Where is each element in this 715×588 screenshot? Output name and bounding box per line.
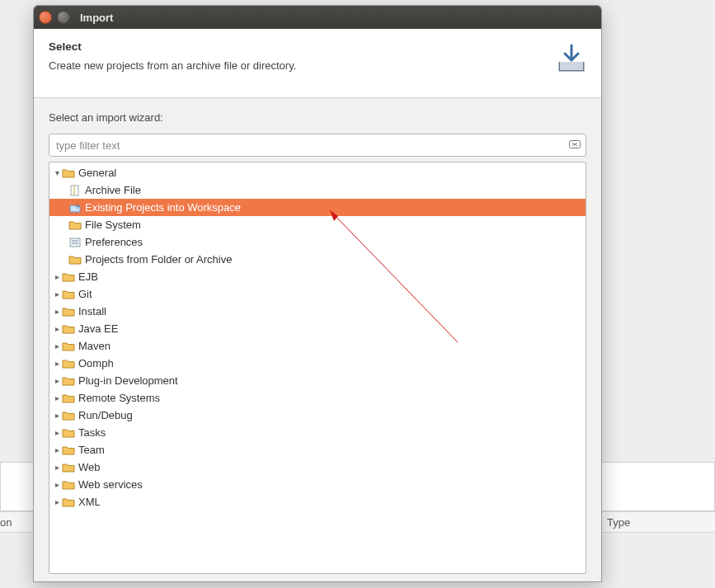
tree-item-web[interactable]: ▸ Web	[49, 459, 586, 476]
tree-item-archive-file[interactable]: Archive File	[49, 181, 586, 199]
dialog-header: Select Create new projects from an archi…	[34, 29, 601, 98]
chevron-right-icon[interactable]: ▸	[53, 289, 61, 299]
tree-label: Web services	[78, 478, 143, 491]
import-icon	[553, 40, 590, 80]
tree-item-plugin-development[interactable]: ▸ Plug-in Development	[49, 372, 586, 389]
clear-filter-icon[interactable]	[568, 138, 581, 154]
import-dialog: Import Select Create new projects from a…	[33, 5, 602, 582]
folder-icon	[62, 341, 75, 352]
chevron-right-icon[interactable]: ▸	[53, 480, 61, 489]
folder-icon	[62, 393, 75, 404]
chevron-right-icon[interactable]: ▸	[53, 272, 61, 281]
tree-label: Maven	[78, 340, 111, 352]
tree-label: Plug-in Development	[78, 374, 178, 387]
folder-icon	[62, 479, 75, 491]
chevron-down-icon[interactable]: ▾	[53, 168, 61, 177]
minimize-icon[interactable]	[57, 11, 70, 24]
folder-icon	[62, 306, 75, 318]
col-on: on	[0, 512, 12, 529]
chevron-right-icon[interactable]: ▸	[53, 359, 61, 368]
chevron-right-icon[interactable]: ▸	[53, 497, 61, 506]
tree-label: Projects from Folder or Archive	[84, 253, 232, 266]
tree-label: Install	[78, 305, 106, 318]
tree-item-remote-systems[interactable]: ▸ Remote Systems	[49, 389, 586, 407]
tree-label: Web	[78, 461, 101, 473]
window-title: Import	[80, 12, 113, 24]
tree-label: General	[78, 167, 116, 179]
filter-input[interactable]	[49, 134, 586, 157]
tree-label: Preferences	[84, 236, 143, 248]
tree-label: Java EE	[78, 322, 118, 335]
chevron-right-icon[interactable]: ▸	[53, 445, 61, 454]
chevron-right-icon[interactable]: ▸	[53, 376, 61, 385]
chevron-right-icon[interactable]: ▸	[53, 463, 61, 472]
tree-item-web-services[interactable]: ▸ Web services	[49, 476, 586, 493]
tree-item-team[interactable]: ▸ Team	[49, 441, 586, 459]
tree-item-existing-projects[interactable]: Existing Projects into Workspace	[49, 199, 586, 216]
folder-icon	[62, 271, 75, 283]
tree-item-xml[interactable]: ▸ XML	[49, 493, 586, 510]
chevron-right-icon[interactable]: ▸	[53, 428, 61, 437]
tree-label: Git	[78, 288, 92, 300]
tree-item-file-system[interactable]: File System	[49, 216, 586, 233]
tree-item-install[interactable]: ▸ Install	[49, 303, 586, 320]
folder-icon	[62, 323, 75, 335]
archive-file-icon	[68, 185, 82, 196]
project-import-icon	[68, 202, 82, 214]
chevron-right-icon[interactable]: ▸	[53, 393, 61, 402]
tree-label: EJB	[78, 270, 98, 283]
titlebar[interactable]: Import	[34, 6, 601, 29]
folder-icon	[62, 496, 75, 508]
folder-icon	[62, 289, 75, 300]
close-icon[interactable]	[39, 11, 52, 24]
folder-icon	[62, 427, 75, 439]
tree-item-maven[interactable]: ▸ Maven	[49, 337, 586, 355]
chevron-right-icon[interactable]: ▸	[53, 307, 61, 316]
chevron-right-icon[interactable]: ▸	[53, 324, 61, 333]
folder-icon	[68, 219, 82, 231]
folder-icon	[62, 375, 75, 387]
folder-icon	[62, 410, 75, 421]
tree-label: Team	[78, 444, 105, 456]
tree-label: Oomph	[78, 357, 114, 369]
tree-label: XML	[78, 496, 101, 508]
tree-label: Run/Debug	[78, 409, 133, 421]
wizard-tree[interactable]: ▾ General Archive File Existing Projects	[49, 162, 586, 574]
tree-item-general[interactable]: ▾ General	[49, 164, 586, 181]
folder-icon	[68, 254, 82, 266]
tree-label: Existing Projects into Workspace	[84, 201, 241, 214]
dialog-body: Select an import wizard: ▾ General	[34, 98, 601, 582]
tree-item-projects-folder-archive[interactable]: Projects from Folder or Archive	[49, 251, 586, 268]
chevron-right-icon[interactable]: ▸	[53, 341, 61, 350]
folder-icon	[62, 462, 75, 473]
tree-item-javaee[interactable]: ▸ Java EE	[49, 320, 586, 337]
tree-label: File System	[84, 219, 141, 231]
wizard-label: Select an import wizard:	[49, 111, 586, 124]
tree-item-oomph[interactable]: ▸ Oomph	[49, 355, 586, 372]
svg-rect-2	[70, 238, 80, 247]
tree-item-git[interactable]: ▸ Git	[49, 285, 586, 303]
col-type: Type	[607, 512, 630, 529]
tree-item-preferences[interactable]: Preferences	[49, 233, 586, 251]
page-subtitle: Create new projects from an archive file…	[49, 59, 586, 72]
folder-icon	[62, 167, 75, 179]
tree-item-ejb[interactable]: ▸ EJB	[49, 268, 586, 285]
tree-label: Archive File	[84, 184, 141, 196]
tree-label: Tasks	[78, 426, 106, 439]
tree-item-tasks[interactable]: ▸ Tasks	[49, 424, 586, 441]
folder-icon	[62, 445, 75, 456]
page-title: Select	[49, 40, 586, 53]
chevron-right-icon[interactable]: ▸	[53, 411, 61, 420]
tree-item-run-debug[interactable]: ▸ Run/Debug	[49, 407, 586, 424]
preferences-icon	[68, 237, 82, 248]
folder-icon	[62, 358, 75, 369]
filter-wrap	[49, 134, 586, 157]
tree-label: Remote Systems	[78, 392, 160, 404]
